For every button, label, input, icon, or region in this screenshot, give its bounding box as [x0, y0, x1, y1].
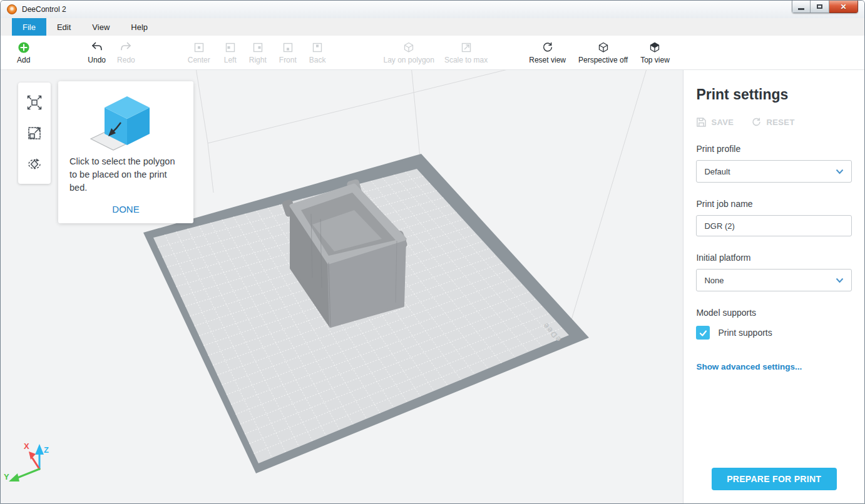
chevron-down-icon [836, 278, 844, 283]
reset-icon [751, 117, 762, 128]
app-logo-icon [7, 4, 17, 14]
main-toolbar: Add Undo Redo Center Left Right Front [1, 36, 864, 70]
content-area: eDee [1, 70, 864, 504]
lay-on-polygon-icon [402, 41, 415, 54]
menu-edit[interactable]: Edit [46, 18, 81, 36]
scale-icon [26, 124, 43, 142]
align-back-icon [311, 41, 324, 54]
toolbar-reset-view-button[interactable]: Reset view [529, 41, 566, 64]
align-front-icon [282, 41, 294, 54]
toolbar-undo-button[interactable]: Undo [88, 41, 106, 64]
toolbar-front-button[interactable]: Front [279, 41, 297, 64]
toolbar-redo-button[interactable]: Redo [117, 41, 135, 64]
move-icon [26, 94, 43, 111]
axis-gizmo: Z X Y [4, 441, 49, 481]
toolbar-right-button[interactable]: Right [249, 41, 267, 64]
toolbar-top-view-button[interactable]: Top view [640, 41, 670, 64]
maximize-button[interactable] [811, 1, 829, 13]
z-axis-arrow [35, 444, 44, 455]
initial-platform-label: Initial platform [696, 253, 852, 263]
save-icon [696, 117, 707, 128]
print-profile-label: Print profile [696, 144, 852, 154]
print-job-name-input[interactable] [696, 215, 852, 236]
window-controls: ✕ [792, 1, 858, 13]
reset-button[interactable]: RESET [751, 117, 794, 128]
menu-bar: File Edit View Help [1, 18, 864, 36]
model-supports-label: Model supports [696, 308, 852, 318]
window-title: DeeControl 2 [22, 5, 66, 14]
menu-help[interactable]: Help [120, 18, 158, 36]
initial-platform-select[interactable]: None [696, 269, 852, 291]
redo-icon [120, 41, 132, 54]
toolbar-lay-on-polygon-button[interactable]: Lay on polygon [384, 41, 434, 64]
print-supports-checkbox[interactable] [696, 326, 710, 340]
title-bar: DeeControl 2 ✕ [1, 1, 864, 18]
menu-view[interactable]: View [81, 18, 120, 36]
show-advanced-settings-link[interactable]: Show advanced settings... [696, 362, 802, 371]
x-axis-label: X [24, 441, 29, 451]
close-button[interactable]: ✕ [829, 1, 858, 13]
toolbar-scale-to-max-button[interactable]: Scale to max [444, 41, 488, 64]
hint-popup: Click to select the polygon to be placed… [58, 81, 193, 223]
move-tool-button[interactable] [23, 91, 46, 114]
3d-viewport[interactable]: eDee [1, 70, 683, 504]
align-left-icon [224, 41, 237, 54]
print-supports-label: Print supports [718, 328, 772, 338]
top-view-icon [648, 41, 661, 54]
rotate-tool-button[interactable] [23, 153, 46, 175]
print-settings-panel: Print settings SAVE RESET Print profile [683, 70, 864, 504]
print-job-name-label: Print job name [696, 199, 852, 209]
print-profile-select[interactable]: Default [696, 160, 852, 183]
toolbar-back-button[interactable]: Back [309, 41, 326, 64]
align-center-icon [193, 41, 205, 54]
print-supports-row: Print supports [696, 326, 852, 340]
toolbar-left-button[interactable]: Left [224, 41, 237, 64]
scale-to-max-icon [460, 41, 473, 54]
x-axis [33, 458, 39, 469]
check-icon [699, 328, 708, 338]
transform-tools-card [18, 83, 51, 184]
add-icon [18, 41, 30, 54]
print-profile-value: Default [704, 167, 730, 176]
minimize-icon [798, 8, 804, 10]
toolbar-add-button[interactable]: Add [17, 41, 30, 64]
panel-actions: SAVE RESET [696, 117, 852, 128]
maximize-icon [817, 4, 822, 9]
rotate-icon [26, 155, 43, 173]
align-right-icon [252, 41, 264, 54]
prepare-for-print-button[interactable]: PREPARE FOR PRINT [712, 468, 837, 490]
toolbar-center-button[interactable]: Center [188, 41, 210, 64]
save-button[interactable]: SAVE [696, 117, 734, 128]
menu-file[interactable]: File [12, 18, 46, 36]
y-axis-arrow [9, 473, 19, 481]
initial-platform-value: None [704, 276, 724, 285]
place-on-bed-illustration [82, 89, 170, 154]
undo-icon [91, 41, 103, 54]
toolbar-perspective-button[interactable]: Perspective off [578, 41, 628, 64]
y-axis-label: Y [4, 472, 9, 481]
hint-done-button[interactable]: DONE [69, 204, 182, 214]
y-axis [18, 469, 39, 478]
chevron-down-icon [836, 169, 844, 174]
close-icon: ✕ [840, 3, 846, 11]
perspective-icon [597, 41, 610, 54]
app-window: DeeControl 2 ✕ File Edit View Help Add U… [0, 0, 865, 504]
scale-tool-button[interactable] [23, 122, 46, 144]
panel-title: Print settings [696, 86, 852, 103]
minimize-button[interactable] [792, 1, 811, 13]
reset-view-icon [541, 41, 554, 54]
z-axis-label: Z [44, 445, 49, 455]
hint-message: Click to select the polygon to be placed… [69, 155, 182, 194]
